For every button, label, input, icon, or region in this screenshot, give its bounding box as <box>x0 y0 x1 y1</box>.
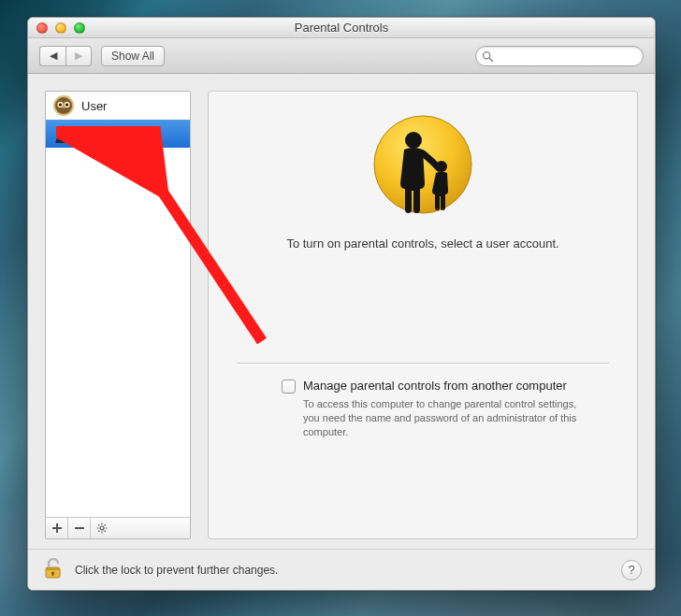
lock-icon[interactable] <box>41 556 65 583</box>
search-field[interactable] <box>475 46 644 66</box>
gear-icon <box>96 523 108 534</box>
zoom-window-button[interactable] <box>74 22 85 34</box>
svg-line-16 <box>98 524 99 525</box>
lock-text: Click the lock to prevent further change… <box>75 564 278 577</box>
sidebar-footer <box>46 517 190 538</box>
sidebar-item-label: User <box>81 99 107 113</box>
user-list: User Guest User <box>46 92 190 517</box>
sidebar-item-user[interactable]: User <box>46 92 190 120</box>
window-title: Parental Controls <box>28 21 655 35</box>
manage-remote-section: Manage parental controls from another co… <box>237 364 609 439</box>
traffic-lights <box>28 22 85 34</box>
manage-remote-label: Manage parental controls from another co… <box>303 379 567 393</box>
back-button[interactable]: ◀ <box>39 46 65 66</box>
chevron-left-icon: ◀ <box>50 50 57 62</box>
chevron-right-icon: ▶ <box>75 50 82 62</box>
preferences-window: Parental Controls ◀ ▶ Show All <box>27 17 656 591</box>
minimize-window-button[interactable] <box>55 22 66 34</box>
titlebar: Parental Controls <box>28 18 655 38</box>
sidebar-item-label: Guest User <box>81 127 143 141</box>
svg-point-6 <box>59 103 62 106</box>
search-icon <box>482 50 494 63</box>
show-all-button[interactable]: Show All <box>101 46 165 66</box>
svg-line-19 <box>98 531 99 532</box>
svg-point-9 <box>60 126 68 135</box>
svg-point-22 <box>436 161 447 172</box>
parental-controls-icon <box>370 112 475 220</box>
remove-user-button[interactable] <box>68 518 91 538</box>
svg-rect-10 <box>75 527 84 529</box>
svg-line-17 <box>105 531 106 532</box>
nav-segment: ◀ ▶ <box>39 46 92 66</box>
close-window-button[interactable] <box>36 22 48 34</box>
manage-remote-checkbox[interactable] <box>282 380 296 394</box>
plus-icon <box>52 523 62 533</box>
sidebar-actions-button[interactable] <box>91 518 113 538</box>
window-footer: Click the lock to prevent further change… <box>28 549 655 590</box>
content-area: User Guest User <box>28 74 655 549</box>
svg-rect-24 <box>46 567 60 570</box>
minus-icon <box>75 523 84 533</box>
sidebar-item-guest-user[interactable]: Guest User <box>46 120 190 148</box>
svg-line-18 <box>105 524 106 525</box>
detail-prompt: To turn on parental controls, select a u… <box>286 236 558 251</box>
avatar-icon <box>53 95 74 116</box>
avatar-icon <box>53 123 74 144</box>
help-button[interactable]: ? <box>621 560 642 580</box>
search-input[interactable] <box>499 50 635 63</box>
toolbar: ◀ ▶ Show All <box>28 38 655 74</box>
forward-button[interactable]: ▶ <box>65 46 92 66</box>
svg-line-1 <box>489 58 493 62</box>
detail-panel: To turn on parental controls, select a u… <box>208 91 638 539</box>
manage-remote-description: To access this computer to change parent… <box>303 397 590 439</box>
svg-point-11 <box>100 526 104 530</box>
help-icon: ? <box>628 563 634 577</box>
svg-point-7 <box>65 103 68 106</box>
svg-point-21 <box>405 132 422 149</box>
user-sidebar: User Guest User <box>45 91 191 539</box>
svg-rect-26 <box>52 573 54 576</box>
add-user-button[interactable] <box>46 518 68 538</box>
